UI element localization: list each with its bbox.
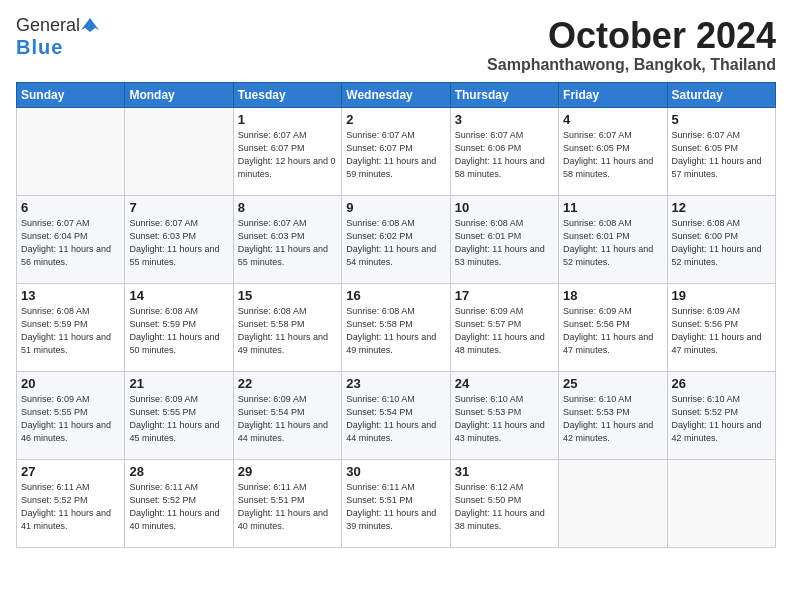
day-number: 30: [346, 464, 445, 479]
weekday-header-thursday: Thursday: [450, 82, 558, 107]
cell-info: Sunrise: 6:08 AMSunset: 5:58 PMDaylight:…: [346, 305, 445, 357]
cell-info: Sunrise: 6:08 AMSunset: 6:00 PMDaylight:…: [672, 217, 771, 269]
cell-info: Sunrise: 6:08 AMSunset: 6:01 PMDaylight:…: [563, 217, 662, 269]
day-number: 4: [563, 112, 662, 127]
calendar-cell: 3Sunrise: 6:07 AMSunset: 6:06 PMDaylight…: [450, 107, 558, 195]
day-number: 7: [129, 200, 228, 215]
cell-info: Sunrise: 6:10 AMSunset: 5:52 PMDaylight:…: [672, 393, 771, 445]
day-number: 1: [238, 112, 337, 127]
cell-info: Sunrise: 6:07 AMSunset: 6:05 PMDaylight:…: [672, 129, 771, 181]
cell-info: Sunrise: 6:09 AMSunset: 5:57 PMDaylight:…: [455, 305, 554, 357]
day-number: 3: [455, 112, 554, 127]
cell-info: Sunrise: 6:10 AMSunset: 5:53 PMDaylight:…: [455, 393, 554, 445]
cell-info: Sunrise: 6:09 AMSunset: 5:54 PMDaylight:…: [238, 393, 337, 445]
day-number: 2: [346, 112, 445, 127]
page-header: General Blue October 2024 Samphanthawong…: [16, 16, 776, 74]
day-number: 20: [21, 376, 120, 391]
calendar-cell: 22Sunrise: 6:09 AMSunset: 5:54 PMDayligh…: [233, 371, 341, 459]
day-number: 26: [672, 376, 771, 391]
calendar-week-row: 20Sunrise: 6:09 AMSunset: 5:55 PMDayligh…: [17, 371, 776, 459]
calendar-cell: 4Sunrise: 6:07 AMSunset: 6:05 PMDaylight…: [559, 107, 667, 195]
day-number: 17: [455, 288, 554, 303]
calendar-cell: [125, 107, 233, 195]
weekday-header-tuesday: Tuesday: [233, 82, 341, 107]
cell-info: Sunrise: 6:09 AMSunset: 5:55 PMDaylight:…: [21, 393, 120, 445]
cell-info: Sunrise: 6:08 AMSunset: 6:01 PMDaylight:…: [455, 217, 554, 269]
calendar-week-row: 13Sunrise: 6:08 AMSunset: 5:59 PMDayligh…: [17, 283, 776, 371]
day-number: 9: [346, 200, 445, 215]
calendar-cell: 10Sunrise: 6:08 AMSunset: 6:01 PMDayligh…: [450, 195, 558, 283]
month-title: October 2024: [487, 16, 776, 56]
calendar-week-row: 1Sunrise: 6:07 AMSunset: 6:07 PMDaylight…: [17, 107, 776, 195]
weekday-header-saturday: Saturday: [667, 82, 775, 107]
svg-marker-0: [81, 18, 99, 32]
weekday-header-friday: Friday: [559, 82, 667, 107]
cell-info: Sunrise: 6:07 AMSunset: 6:03 PMDaylight:…: [238, 217, 337, 269]
cell-info: Sunrise: 6:07 AMSunset: 6:03 PMDaylight:…: [129, 217, 228, 269]
calendar-cell: 5Sunrise: 6:07 AMSunset: 6:05 PMDaylight…: [667, 107, 775, 195]
calendar-cell: 14Sunrise: 6:08 AMSunset: 5:59 PMDayligh…: [125, 283, 233, 371]
cell-info: Sunrise: 6:11 AMSunset: 5:51 PMDaylight:…: [238, 481, 337, 533]
location-title: Samphanthawong, Bangkok, Thailand: [487, 56, 776, 74]
cell-info: Sunrise: 6:08 AMSunset: 5:59 PMDaylight:…: [129, 305, 228, 357]
logo-blue-text: Blue: [16, 36, 63, 58]
calendar-cell: 16Sunrise: 6:08 AMSunset: 5:58 PMDayligh…: [342, 283, 450, 371]
day-number: 8: [238, 200, 337, 215]
calendar-cell: 13Sunrise: 6:08 AMSunset: 5:59 PMDayligh…: [17, 283, 125, 371]
calendar-cell: [559, 459, 667, 547]
calendar-cell: 9Sunrise: 6:08 AMSunset: 6:02 PMDaylight…: [342, 195, 450, 283]
cell-info: Sunrise: 6:07 AMSunset: 6:06 PMDaylight:…: [455, 129, 554, 181]
calendar-cell: 1Sunrise: 6:07 AMSunset: 6:07 PMDaylight…: [233, 107, 341, 195]
calendar-cell: 18Sunrise: 6:09 AMSunset: 5:56 PMDayligh…: [559, 283, 667, 371]
cell-info: Sunrise: 6:07 AMSunset: 6:07 PMDaylight:…: [346, 129, 445, 181]
calendar-cell: 17Sunrise: 6:09 AMSunset: 5:57 PMDayligh…: [450, 283, 558, 371]
cell-info: Sunrise: 6:11 AMSunset: 5:51 PMDaylight:…: [346, 481, 445, 533]
cell-info: Sunrise: 6:11 AMSunset: 5:52 PMDaylight:…: [21, 481, 120, 533]
calendar-cell: 27Sunrise: 6:11 AMSunset: 5:52 PMDayligh…: [17, 459, 125, 547]
calendar-cell: 8Sunrise: 6:07 AMSunset: 6:03 PMDaylight…: [233, 195, 341, 283]
cell-info: Sunrise: 6:07 AMSunset: 6:04 PMDaylight:…: [21, 217, 120, 269]
calendar-cell: 29Sunrise: 6:11 AMSunset: 5:51 PMDayligh…: [233, 459, 341, 547]
day-number: 27: [21, 464, 120, 479]
calendar-cell: [17, 107, 125, 195]
day-number: 16: [346, 288, 445, 303]
cell-info: Sunrise: 6:10 AMSunset: 5:53 PMDaylight:…: [563, 393, 662, 445]
day-number: 31: [455, 464, 554, 479]
day-number: 22: [238, 376, 337, 391]
day-number: 25: [563, 376, 662, 391]
calendar-cell: 2Sunrise: 6:07 AMSunset: 6:07 PMDaylight…: [342, 107, 450, 195]
calendar-cell: 24Sunrise: 6:10 AMSunset: 5:53 PMDayligh…: [450, 371, 558, 459]
calendar-cell: 19Sunrise: 6:09 AMSunset: 5:56 PMDayligh…: [667, 283, 775, 371]
calendar-cell: 26Sunrise: 6:10 AMSunset: 5:52 PMDayligh…: [667, 371, 775, 459]
day-number: 11: [563, 200, 662, 215]
day-number: 5: [672, 112, 771, 127]
calendar-cell: 28Sunrise: 6:11 AMSunset: 5:52 PMDayligh…: [125, 459, 233, 547]
day-number: 18: [563, 288, 662, 303]
logo: General Blue: [16, 16, 99, 58]
calendar-cell: [667, 459, 775, 547]
cell-info: Sunrise: 6:08 AMSunset: 5:59 PMDaylight:…: [21, 305, 120, 357]
day-number: 6: [21, 200, 120, 215]
title-area: October 2024 Samphanthawong, Bangkok, Th…: [487, 16, 776, 74]
calendar-cell: 25Sunrise: 6:10 AMSunset: 5:53 PMDayligh…: [559, 371, 667, 459]
calendar-cell: 15Sunrise: 6:08 AMSunset: 5:58 PMDayligh…: [233, 283, 341, 371]
cell-info: Sunrise: 6:08 AMSunset: 5:58 PMDaylight:…: [238, 305, 337, 357]
day-number: 29: [238, 464, 337, 479]
weekday-header-sunday: Sunday: [17, 82, 125, 107]
calendar-week-row: 27Sunrise: 6:11 AMSunset: 5:52 PMDayligh…: [17, 459, 776, 547]
day-number: 19: [672, 288, 771, 303]
cell-info: Sunrise: 6:10 AMSunset: 5:54 PMDaylight:…: [346, 393, 445, 445]
day-number: 13: [21, 288, 120, 303]
weekday-header-wednesday: Wednesday: [342, 82, 450, 107]
cell-info: Sunrise: 6:09 AMSunset: 5:56 PMDaylight:…: [563, 305, 662, 357]
calendar-cell: 11Sunrise: 6:08 AMSunset: 6:01 PMDayligh…: [559, 195, 667, 283]
day-number: 10: [455, 200, 554, 215]
day-number: 28: [129, 464, 228, 479]
calendar-cell: 7Sunrise: 6:07 AMSunset: 6:03 PMDaylight…: [125, 195, 233, 283]
cell-info: Sunrise: 6:12 AMSunset: 5:50 PMDaylight:…: [455, 481, 554, 533]
cell-info: Sunrise: 6:11 AMSunset: 5:52 PMDaylight:…: [129, 481, 228, 533]
day-number: 14: [129, 288, 228, 303]
logo-general-text: General: [16, 16, 80, 36]
day-number: 15: [238, 288, 337, 303]
logo-bird-icon: [81, 16, 99, 34]
